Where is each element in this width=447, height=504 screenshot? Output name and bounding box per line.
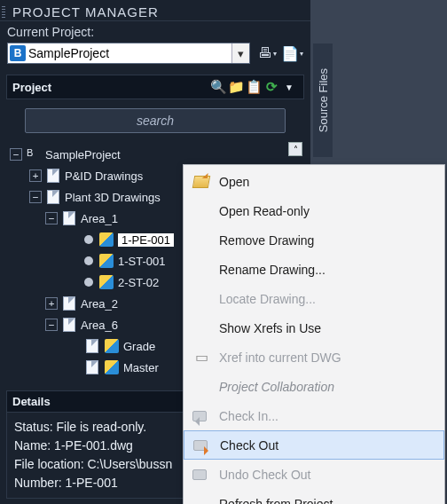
details-label: Details [12, 395, 51, 408]
expand-icon[interactable]: + [29, 169, 42, 182]
tree-label: 1-PE-001 [118, 233, 174, 247]
collapse-icon[interactable]: − [45, 212, 58, 224]
drawing-icon [104, 338, 120, 354]
menu-check-in: Check In... [184, 401, 444, 430]
tree-label: P&ID Drawings [65, 169, 143, 183]
project-icon: B [26, 146, 42, 162]
file-icon [45, 189, 61, 205]
drawing-icon [98, 253, 114, 269]
project-section-label: Project [12, 81, 51, 94]
project-toolbar: 🖶▾ 📄▾ [255, 43, 303, 64]
tree-label: 2-ST-02 [118, 276, 159, 289]
menu-open-readonly[interactable]: Open Read-only [184, 196, 444, 225]
folder-icon[interactable]: 📁 [227, 79, 245, 95]
menu-locate-drawing: Locate Drawing... [184, 284, 444, 313]
menu-refresh-from-project[interactable]: Refresh from Project [184, 489, 444, 504]
chevron-down-icon[interactable]: ▾ [231, 43, 249, 63]
file-icon [84, 338, 100, 354]
refresh-icon[interactable]: ⟳ [263, 79, 280, 95]
menu-remove-drawing[interactable]: Remove Drawing [184, 225, 444, 255]
tree-label: 1-ST-001 [118, 255, 165, 268]
tree-label: Area_1 [81, 212, 118, 225]
project-section-header: Project 🔍 📁 📋 ⟳ ▼ [6, 75, 304, 99]
menu-check-out[interactable]: Check Out [184, 430, 444, 460]
expand-icon[interactable]: + [45, 297, 58, 310]
search-input[interactable]: search [25, 108, 286, 133]
menu-open[interactable]: Open [184, 167, 444, 196]
search-placeholder: search [137, 114, 174, 128]
file-icon [45, 168, 61, 184]
chevron-down-icon[interactable]: ▼ [280, 83, 298, 92]
open-icon [184, 176, 219, 188]
project-selector-row: B SampleProject ▾ 🖶▾ 📄▾ [0, 41, 310, 69]
file-icon [61, 295, 77, 311]
tree-label: Master [123, 361, 159, 374]
scroll-up-button[interactable]: ˄ [288, 142, 302, 156]
file-icon [84, 359, 100, 375]
file-icon [61, 317, 77, 333]
tree-label: SampleProject [45, 148, 121, 161]
context-menu: Open Open Read-only Remove Drawing Renam… [183, 164, 445, 504]
collapse-icon[interactable]: − [29, 191, 42, 203]
menu-rename-drawing[interactable]: Rename Drawing... [184, 255, 444, 284]
print-button[interactable]: 🖶▾ [255, 43, 278, 64]
project-dropdown[interactable]: B SampleProject ▾ [7, 43, 250, 64]
drawing-icon [98, 274, 114, 290]
drawing-icon [98, 232, 114, 248]
tree-root[interactable]: − B SampleProject [10, 144, 304, 165]
source-files-label: Source Files [317, 68, 330, 132]
xref-icon: ▭ [184, 349, 219, 366]
tree-label: Plant 3D Drawings [65, 191, 161, 204]
tree-label: Area_2 [81, 297, 118, 311]
collapse-icon[interactable]: − [45, 319, 58, 331]
clipboard-icon[interactable]: 📋 [245, 79, 263, 95]
menu-section-collab: Project Collaboration [184, 372, 444, 401]
search-icon[interactable]: 🔍 [209, 79, 227, 95]
file-icon [61, 210, 77, 226]
tree-label: Area_6 [81, 319, 118, 332]
source-files-tab[interactable]: Source Files [312, 43, 333, 158]
project-icon: B [10, 45, 26, 61]
panel-grip[interactable] [2, 6, 5, 19]
menu-undo-checkout: Undo Check Out [184, 460, 444, 489]
status-dot-icon [84, 256, 93, 265]
copy-button[interactable]: 📄▾ [280, 43, 303, 64]
tree-label: Grade [123, 340, 155, 353]
status-dot-icon [84, 235, 93, 244]
checkin-icon [184, 408, 219, 424]
collapse-icon[interactable]: − [10, 148, 22, 161]
menu-show-xrefs[interactable]: Show Xrefs in Use [184, 313, 444, 343]
status-dot-icon [84, 278, 93, 287]
menu-xref-into-dwg: ▭ Xref into current DWG [184, 343, 444, 372]
undo-checkout-icon [184, 467, 219, 483]
panel-title: PROJECT MANAGER [0, 0, 310, 21]
project-name: SampleProject [27, 46, 231, 60]
drawing-icon [104, 359, 120, 375]
current-project-label: Current Project: [0, 21, 310, 41]
checkout-icon [184, 437, 220, 453]
